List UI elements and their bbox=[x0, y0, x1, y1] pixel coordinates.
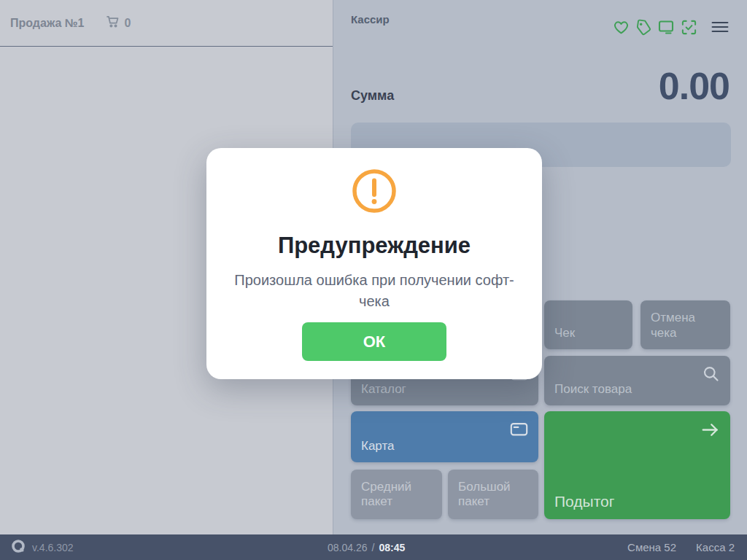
cancel-check-button[interactable]: Отмена чека bbox=[640, 300, 730, 349]
check-button-label: Чек bbox=[554, 326, 575, 341]
sum-label: Сумма bbox=[351, 88, 394, 104]
dialog-message: Произошла ошибка при получении софт-чека bbox=[231, 270, 519, 312]
register-label: Касса 2 bbox=[696, 541, 735, 553]
heart-icon[interactable] bbox=[612, 18, 630, 36]
cart-count: 0 bbox=[125, 17, 131, 30]
status-bar-left: v.4.6.302 bbox=[10, 534, 74, 560]
status-bar-right: Смена 52 Касса 2 bbox=[627, 534, 735, 560]
version-label: v.4.6.302 bbox=[32, 542, 74, 553]
shift-label: Смена 52 bbox=[627, 541, 676, 553]
warning-icon bbox=[350, 167, 398, 218]
cancel-check-button-label: Отмена чека bbox=[651, 311, 720, 341]
datetime: 08.04.26 / 08:45 bbox=[328, 534, 405, 560]
arrow-right-icon bbox=[700, 419, 721, 444]
sale-title: Продажа №1 bbox=[10, 17, 85, 30]
warning-dialog: Предупреждение Произошла ошибка при полу… bbox=[206, 148, 542, 379]
big-bag-button[interactable]: Большой пакет bbox=[448, 470, 538, 519]
search-icon bbox=[701, 364, 721, 387]
datetime-separator: / bbox=[372, 542, 375, 553]
catalog-button-label: Каталог bbox=[361, 382, 406, 397]
medium-bag-button[interactable]: Средний пакет bbox=[351, 470, 442, 519]
check-button[interactable]: Чек bbox=[544, 300, 632, 349]
card-payment-button-label: Карта bbox=[361, 439, 395, 454]
pos-screen: Продажа №1 0 Кассир bbox=[0, 0, 747, 560]
cart-counter: 0 bbox=[105, 14, 131, 32]
app-logo bbox=[10, 538, 26, 557]
display-icon[interactable] bbox=[657, 18, 675, 36]
ok-button[interactable]: ОК bbox=[302, 322, 446, 361]
cart-icon bbox=[105, 14, 120, 32]
big-bag-button-label: Большой пакет bbox=[458, 480, 528, 510]
date-label: 08.04.26 bbox=[328, 542, 368, 553]
scan-check-icon[interactable] bbox=[680, 18, 697, 36]
medium-bag-button-label: Средний пакет bbox=[361, 480, 432, 510]
search-product-button-label: Поиск товара bbox=[554, 382, 632, 397]
sum-value: 0.00 bbox=[659, 67, 729, 105]
search-product-button[interactable]: Поиск товара bbox=[544, 356, 730, 405]
subtotal-button[interactable]: Подытог bbox=[544, 411, 730, 519]
header-toolbar bbox=[612, 18, 729, 36]
sale-tab[interactable]: Продажа №1 0 bbox=[0, 0, 333, 47]
bank-card-icon bbox=[509, 419, 529, 443]
time-label: 08:45 bbox=[379, 542, 405, 553]
card-payment-button[interactable]: Карта bbox=[351, 411, 538, 462]
tag-icon[interactable] bbox=[635, 18, 652, 36]
status-bar: v.4.6.302 08.04.26 / 08:45 Смена 52 Касс… bbox=[0, 534, 747, 560]
cashier-label: Кассир bbox=[351, 13, 390, 26]
dialog-title: Предупреждение bbox=[278, 233, 471, 259]
menu-icon[interactable] bbox=[711, 18, 729, 36]
subtotal-button-label: Подытог bbox=[554, 492, 614, 510]
